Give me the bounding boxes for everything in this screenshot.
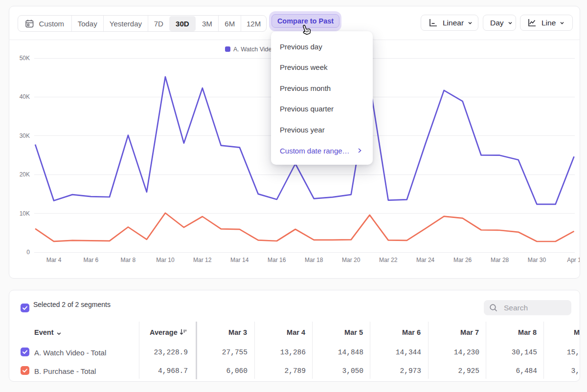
svg-text:Mar 18: Mar 18 [305,257,323,263]
svg-text:Mar 6: Mar 6 [84,257,99,263]
svg-text:Mar 26: Mar 26 [453,257,472,263]
svg-text:40K: 40K [20,93,30,100]
svg-text:Mar 4: Mar 4 [46,257,62,263]
svg-text:Mar 22: Mar 22 [379,257,398,263]
svg-text:Mar 10: Mar 10 [156,257,175,263]
svg-text:Mar 20: Mar 20 [342,257,361,263]
svg-text:Mar 16: Mar 16 [268,257,286,263]
svg-text:Apr 1: Apr 1 [567,257,580,263]
svg-text:30K: 30K [20,132,30,139]
svg-text:10K: 10K [20,210,30,217]
svg-text:Mar 24: Mar 24 [416,257,435,263]
svg-text:20K: 20K [20,171,30,178]
svg-text:Mar 14: Mar 14 [230,257,249,263]
svg-text:Mar 30: Mar 30 [528,257,546,263]
svg-text:50K: 50K [20,55,30,62]
svg-text:Mar 12: Mar 12 [193,257,212,263]
svg-text:Mar 8: Mar 8 [121,257,136,263]
svg-text:0: 0 [26,249,30,256]
svg-text:Mar 28: Mar 28 [491,257,509,263]
